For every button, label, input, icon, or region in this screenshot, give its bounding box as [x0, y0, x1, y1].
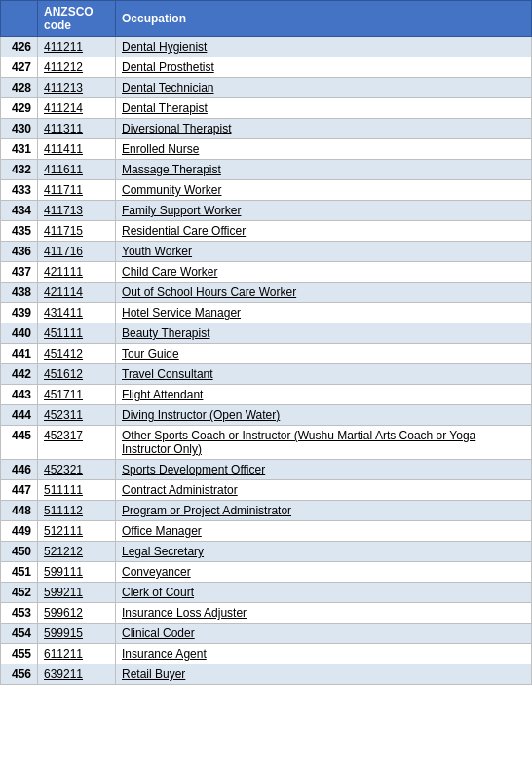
anzsco-code[interactable]: 431411	[38, 303, 116, 323]
occupation-name[interactable]: Sports Development Officer	[116, 460, 532, 480]
anzsco-code[interactable]: 611211	[38, 644, 116, 664]
anzsco-code[interactable]: 599211	[38, 583, 116, 603]
occupation-name[interactable]: Residential Care Officer	[116, 221, 532, 242]
table-row: 450521212Legal Secretary	[1, 542, 532, 562]
anzsco-code[interactable]: 512111	[38, 521, 116, 542]
occupation-name[interactable]: Out of School Hours Care Worker	[116, 283, 532, 303]
occupation-name[interactable]: Flight Attendant	[116, 385, 532, 405]
row-number: 450	[1, 542, 38, 562]
table-row: 441451412Tour Guide	[1, 344, 532, 364]
anzsco-code[interactable]: 452317	[38, 426, 116, 460]
occupation-name[interactable]: Dental Therapist	[116, 98, 532, 119]
anzsco-code[interactable]: 511112	[38, 501, 116, 521]
occupation-name[interactable]: Program or Project Administrator	[116, 501, 532, 521]
anzsco-code[interactable]: 639211	[38, 664, 116, 685]
occupation-name[interactable]: Beauty Therapist	[116, 323, 532, 344]
anzsco-code[interactable]: 411711	[38, 180, 116, 201]
anzsco-code[interactable]: 421114	[38, 283, 116, 303]
occupation-name[interactable]: Hotel Service Manager	[116, 303, 532, 323]
row-number: 434	[1, 201, 38, 221]
table-row: 449512111Office Manager	[1, 521, 532, 542]
occupation-name[interactable]: Clinical Coder	[116, 624, 532, 644]
table-row: 434411713Family Support Worker	[1, 201, 532, 221]
anzsco-code[interactable]: 411611	[38, 160, 116, 180]
anzsco-code[interactable]: 452311	[38, 405, 116, 426]
table-row: 445452317Other Sports Coach or Instructo…	[1, 426, 532, 460]
row-number: 442	[1, 364, 38, 385]
occupation-name[interactable]: Travel Consultant	[116, 364, 532, 385]
anzsco-code[interactable]: 411713	[38, 201, 116, 221]
table-row: 446452321Sports Development Officer	[1, 460, 532, 480]
row-number: 433	[1, 180, 38, 201]
header-occupation[interactable]: Occupation	[116, 1, 532, 37]
table-row: 432411611Massage Therapist	[1, 160, 532, 180]
header-anzsco[interactable]: ANZSCO code	[38, 1, 116, 37]
occupation-name[interactable]: Community Worker	[116, 180, 532, 201]
anzsco-code[interactable]: 421111	[38, 262, 116, 283]
row-number: 440	[1, 323, 38, 344]
occupation-name[interactable]: Youth Worker	[116, 242, 532, 262]
anzsco-code[interactable]: 511111	[38, 480, 116, 501]
table-row: 440451111Beauty Therapist	[1, 323, 532, 344]
row-number: 452	[1, 583, 38, 603]
table-row: 433411711Community Worker	[1, 180, 532, 201]
anzsco-code[interactable]: 411214	[38, 98, 116, 119]
anzsco-code[interactable]: 411211	[38, 37, 116, 57]
row-number: 427	[1, 57, 38, 78]
anzsco-code[interactable]: 521212	[38, 542, 116, 562]
anzsco-code[interactable]: 411411	[38, 139, 116, 160]
anzsco-code[interactable]: 452321	[38, 460, 116, 480]
table-row: 451599111Conveyancer	[1, 562, 532, 583]
anzsco-code[interactable]: 599111	[38, 562, 116, 583]
occupation-name[interactable]: Tour Guide	[116, 344, 532, 364]
occupation-name[interactable]: Insurance Loss Adjuster	[116, 603, 532, 624]
occupation-name[interactable]: Massage Therapist	[116, 160, 532, 180]
occupation-name[interactable]: Diving Instructor (Open Water)	[116, 405, 532, 426]
row-number: 441	[1, 344, 38, 364]
anzsco-code[interactable]: 411213	[38, 78, 116, 98]
row-number: 455	[1, 644, 38, 664]
occupation-name[interactable]: Family Support Worker	[116, 201, 532, 221]
anzsco-code[interactable]: 451111	[38, 323, 116, 344]
table-row: 444452311Diving Instructor (Open Water)	[1, 405, 532, 426]
occupation-name[interactable]: Dental Hygienist	[116, 37, 532, 57]
anzsco-code[interactable]: 451711	[38, 385, 116, 405]
anzsco-code[interactable]: 451412	[38, 344, 116, 364]
occupation-name[interactable]: Conveyancer	[116, 562, 532, 583]
anzsco-code[interactable]: 411311	[38, 119, 116, 139]
occupation-name[interactable]: Other Sports Coach or Instructor (Wushu …	[116, 426, 532, 460]
occupation-name[interactable]: Retail Buyer	[116, 664, 532, 685]
row-number: 437	[1, 262, 38, 283]
table-row: 436411716Youth Worker	[1, 242, 532, 262]
occupation-name[interactable]: Contract Administrator	[116, 480, 532, 501]
table-row: 455611211Insurance Agent	[1, 644, 532, 664]
occupation-name[interactable]: Insurance Agent	[116, 644, 532, 664]
occupation-name[interactable]: Diversional Therapist	[116, 119, 532, 139]
table-row: 435411715Residential Care Officer	[1, 221, 532, 242]
table-row: 437421111Child Care Worker	[1, 262, 532, 283]
row-number: 443	[1, 385, 38, 405]
occupation-name[interactable]: Office Manager	[116, 521, 532, 542]
table-row: 438421114Out of School Hours Care Worker	[1, 283, 532, 303]
row-number: 456	[1, 664, 38, 685]
anzsco-code[interactable]: 599612	[38, 603, 116, 624]
table-header-row: ANZSCO code Occupation	[1, 1, 532, 37]
occupation-name[interactable]: Dental Technician	[116, 78, 532, 98]
anzsco-code[interactable]: 411212	[38, 57, 116, 78]
table-row: 453599612Insurance Loss Adjuster	[1, 603, 532, 624]
anzsco-code[interactable]: 451612	[38, 364, 116, 385]
row-number: 432	[1, 160, 38, 180]
occupation-name[interactable]: Dental Prosthetist	[116, 57, 532, 78]
row-number: 454	[1, 624, 38, 644]
table-row: 439431411Hotel Service Manager	[1, 303, 532, 323]
row-number: 446	[1, 460, 38, 480]
occupation-name[interactable]: Legal Secretary	[116, 542, 532, 562]
occupation-name[interactable]: Clerk of Court	[116, 583, 532, 603]
anzsco-code[interactable]: 411716	[38, 242, 116, 262]
table-row: 452599211Clerk of Court	[1, 583, 532, 603]
row-number: 453	[1, 603, 38, 624]
occupation-name[interactable]: Child Care Worker	[116, 262, 532, 283]
anzsco-code[interactable]: 599915	[38, 624, 116, 644]
anzsco-code[interactable]: 411715	[38, 221, 116, 242]
occupation-name[interactable]: Enrolled Nurse	[116, 139, 532, 160]
